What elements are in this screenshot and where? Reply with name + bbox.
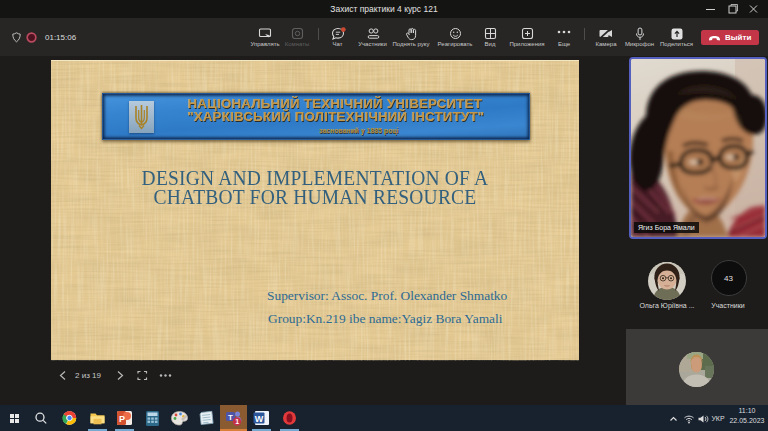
svg-text:P: P bbox=[119, 414, 125, 424]
svg-text:1: 1 bbox=[235, 418, 239, 425]
svg-text:T: T bbox=[228, 413, 233, 422]
svg-text:W: W bbox=[255, 414, 264, 424]
